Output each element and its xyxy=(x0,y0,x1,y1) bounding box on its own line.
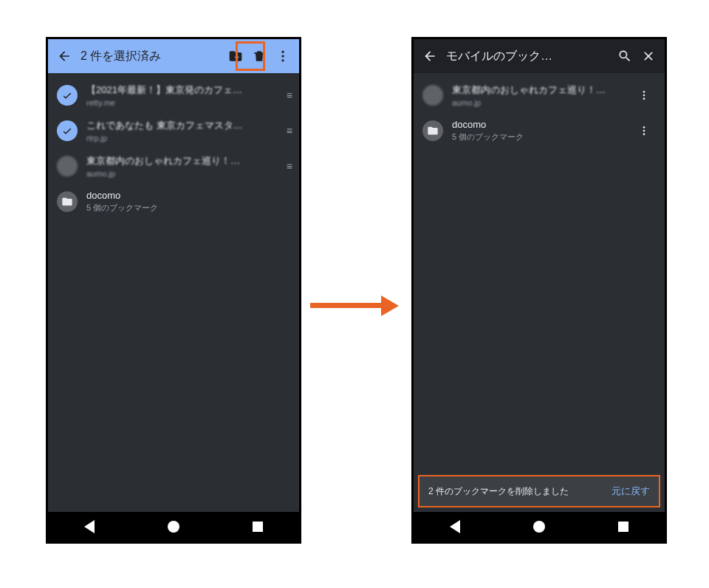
bookmark-item[interactable]: 東京都内のおしゃれカフェ巡り！… aumo.jp xyxy=(414,78,665,113)
bookmark-title: 東京都内のおしゃれカフェ巡り！… xyxy=(452,83,623,97)
nav-back-icon[interactable] xyxy=(84,520,95,533)
android-navbar xyxy=(414,512,665,541)
drag-handle-icon[interactable]: ≡ xyxy=(287,160,290,172)
back-button[interactable] xyxy=(418,44,442,68)
folder-icon xyxy=(422,120,443,141)
back-button[interactable] xyxy=(52,44,76,68)
more-vert-icon xyxy=(275,49,290,64)
item-overflow-button[interactable] xyxy=(632,83,656,107)
more-vert-icon xyxy=(638,89,650,101)
close-button[interactable] xyxy=(637,44,660,68)
svg-point-7 xyxy=(643,130,645,132)
more-vert-icon xyxy=(638,125,650,137)
search-icon xyxy=(617,49,632,64)
svg-point-5 xyxy=(643,98,645,100)
svg-point-4 xyxy=(643,95,645,97)
highlight-trash xyxy=(236,41,265,71)
drag-handle-icon[interactable]: ≡ xyxy=(287,89,290,101)
favicon xyxy=(422,85,443,106)
toolbar-title: モバイルのブック… xyxy=(446,49,613,64)
arrow-back-icon xyxy=(57,49,72,64)
screen: 2 件を選択済み 【2021年最新！】東京発 xyxy=(48,39,299,512)
toolbar-title: 2 件を選択済み xyxy=(81,49,224,64)
phone-after: モバイルのブック… 東京都内のおしゃれカフェ巡り！… aumo.jp xyxy=(411,37,667,544)
nav-home-icon[interactable] xyxy=(168,521,179,533)
nav-back-icon[interactable] xyxy=(450,520,460,533)
bookmark-folder[interactable]: docomo 5 個のブックマーク xyxy=(414,113,665,148)
item-overflow-button[interactable] xyxy=(632,119,656,143)
bookmark-item[interactable]: 東京都内のおしゃれカフェ巡り！… aumo.jp ≡ xyxy=(48,148,299,184)
folder-title: docomo xyxy=(452,119,623,130)
svg-point-3 xyxy=(643,91,645,93)
snackbar: 2 件のブックマークを削除しました 元に戻す xyxy=(418,475,660,507)
drag-handle-icon[interactable]: ≡ xyxy=(287,125,290,137)
screen: モバイルのブック… 東京都内のおしゃれカフェ巡り！… aumo.jp xyxy=(414,39,665,512)
close-icon xyxy=(641,49,656,64)
bookmark-folder[interactable]: docomo 5 個のブックマーク xyxy=(48,184,299,219)
selected-check-icon[interactable] xyxy=(57,120,78,141)
bookmark-subtitle: rtrp.jp xyxy=(86,134,278,143)
search-button[interactable] xyxy=(613,44,637,68)
bookmark-item[interactable]: 【2021年最新！】東京発のカフェ… retty.me ≡ xyxy=(48,78,299,113)
bookmark-item[interactable]: これであなたも 東京カフェマスタ… rtrp.jp ≡ xyxy=(48,113,299,148)
svg-point-1 xyxy=(281,55,284,57)
folder-icon xyxy=(57,191,78,212)
folder-title: docomo xyxy=(86,190,290,201)
snackbar-action[interactable]: 元に戻す xyxy=(612,485,650,498)
bookmark-title: 東京都内のおしゃれカフェ巡り！… xyxy=(86,154,278,168)
transition-arrow xyxy=(310,295,399,316)
folder-subtitle: 5 個のブックマーク xyxy=(452,131,623,143)
arrow-back-icon xyxy=(422,49,437,64)
favicon xyxy=(57,156,78,177)
nav-recent-icon[interactable] xyxy=(253,522,263,532)
toolbar: モバイルのブック… xyxy=(414,39,665,73)
svg-point-8 xyxy=(643,133,645,135)
android-navbar xyxy=(48,512,299,541)
nav-home-icon[interactable] xyxy=(533,521,545,533)
bookmark-list: 東京都内のおしゃれカフェ巡り！… aumo.jp docomo 5 個のブックマ… xyxy=(414,73,665,153)
bookmark-subtitle: aumo.jp xyxy=(86,169,278,178)
nav-recent-icon[interactable] xyxy=(618,522,628,532)
bookmark-list: 【2021年最新！】東京発のカフェ… retty.me ≡ これであなたも 東京… xyxy=(48,73,299,224)
bookmark-subtitle: retty.me xyxy=(86,98,278,107)
bookmark-title: 【2021年最新！】東京発のカフェ… xyxy=(86,83,278,97)
svg-point-6 xyxy=(643,126,645,129)
snackbar-message: 2 件のブックマークを削除しました xyxy=(428,485,612,498)
selected-check-icon[interactable] xyxy=(57,85,78,106)
overflow-button[interactable] xyxy=(271,44,295,68)
svg-point-0 xyxy=(281,51,284,53)
svg-point-2 xyxy=(281,59,284,61)
bookmark-title: これであなたも 東京カフェマスタ… xyxy=(86,119,278,132)
phone-before: 2 件を選択済み 【2021年最新！】東京発 xyxy=(46,37,301,544)
folder-subtitle: 5 個のブックマーク xyxy=(86,202,290,213)
bookmark-subtitle: aumo.jp xyxy=(452,98,623,107)
